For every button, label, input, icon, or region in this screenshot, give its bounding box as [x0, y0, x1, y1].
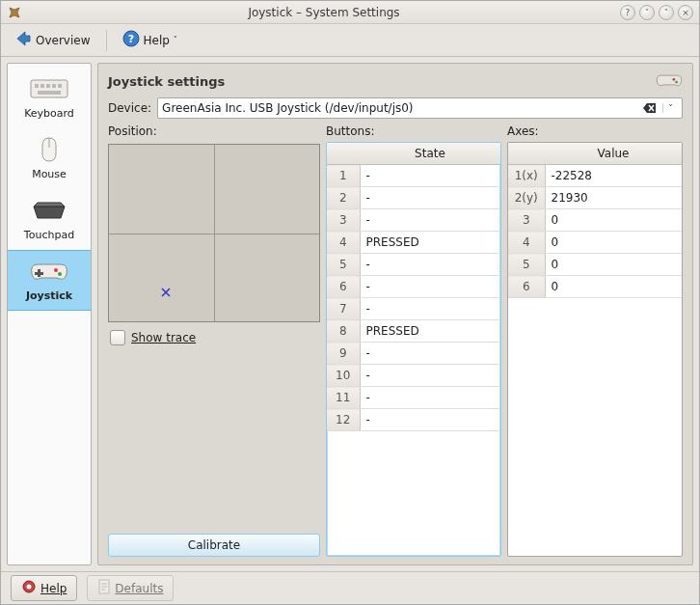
- device-value: GreenAsia Inc. USB Joystick (/dev/input/…: [162, 101, 637, 115]
- device-combobox[interactable]: GreenAsia Inc. USB Joystick (/dev/input/…: [157, 97, 683, 119]
- sidebar-item-label: Mouse: [32, 168, 67, 180]
- keyboard-icon: [28, 74, 70, 103]
- mouse-icon: [28, 135, 70, 164]
- row-header: 4: [508, 232, 545, 254]
- row-header: 7: [327, 298, 360, 320]
- row-header: 6: [508, 276, 545, 298]
- state-header: State: [360, 143, 500, 165]
- defaults-button: Defaults: [87, 575, 174, 601]
- svg-point-15: [675, 81, 678, 84]
- page-title: Joystick settings: [108, 74, 225, 89]
- row-header: 3: [327, 209, 360, 232]
- help-button[interactable]: Help: [11, 575, 77, 601]
- row-header: 6: [327, 276, 360, 298]
- row-header: 1: [327, 165, 360, 187]
- sidebar-item-mouse[interactable]: Mouse: [8, 128, 91, 189]
- table-row: 2(y)21930: [508, 187, 682, 209]
- table-row: 6-: [327, 276, 500, 298]
- axis-value-cell: 0: [545, 209, 682, 232]
- row-header: 4: [327, 232, 360, 254]
- touchpad-icon: [28, 196, 70, 225]
- table-row: 1-: [327, 165, 500, 187]
- clear-icon[interactable]: [641, 102, 659, 114]
- axis-value-cell: 0: [545, 276, 682, 298]
- help-window-button[interactable]: ?: [620, 5, 635, 20]
- maximize-window-button[interactable]: ˄: [659, 5, 674, 20]
- button-state-cell: -: [360, 387, 500, 409]
- row-header: 1(x): [508, 165, 545, 187]
- svg-point-17: [27, 585, 32, 590]
- sidebar-item-keyboard[interactable]: Keyboard: [8, 68, 91, 128]
- overview-button[interactable]: Overview: [9, 27, 96, 53]
- buttons-label: Buttons:: [326, 124, 501, 138]
- calibrate-button[interactable]: Calibrate: [108, 534, 320, 557]
- table-row: 10-: [327, 365, 500, 387]
- svg-text:?: ?: [127, 33, 133, 45]
- row-header: 9: [327, 343, 360, 365]
- row-header: 8: [327, 320, 360, 343]
- row-header: 3: [508, 209, 545, 232]
- button-state-cell: -: [360, 298, 500, 320]
- axis-value-cell: 0: [545, 254, 682, 276]
- show-trace-label: Show trace: [131, 331, 196, 344]
- minimize-window-button[interactable]: ˅: [639, 5, 655, 20]
- axis-value-cell: 21930: [545, 187, 682, 209]
- table-row: 11-: [327, 387, 500, 409]
- svg-rect-3: [35, 84, 39, 88]
- table-row: 8PRESSED: [327, 320, 500, 343]
- titlebar: Joystick – System Settings ? ˅ ˄ ×: [1, 1, 699, 24]
- svg-rect-11: [35, 272, 43, 275]
- main-panel: Joystick settings Device: GreenAsia Inc.…: [97, 63, 693, 565]
- button-state-cell: PRESSED: [360, 232, 500, 254]
- sidebar-item-touchpad[interactable]: Touchpad: [8, 189, 91, 250]
- position-view: [108, 144, 320, 322]
- svg-point-14: [672, 78, 675, 81]
- button-state-cell: PRESSED: [360, 320, 500, 343]
- gamepad-header-icon: [656, 71, 683, 92]
- sidebar-item-label: Keyboard: [24, 107, 74, 120]
- button-state-cell: -: [360, 209, 500, 232]
- button-state-cell: -: [360, 409, 500, 431]
- document-icon: [97, 579, 111, 597]
- svg-rect-4: [40, 84, 44, 88]
- svg-point-13: [58, 272, 62, 276]
- table-row: 40: [508, 232, 682, 254]
- show-trace-checkbox[interactable]: [110, 330, 125, 345]
- sidebar: Keyboard Mouse Touchpad Joystick: [7, 63, 92, 565]
- table-row: 4PRESSED: [327, 232, 500, 254]
- row-header: 5: [327, 254, 360, 276]
- table-row: 60: [508, 276, 682, 298]
- position-label: Position:: [108, 124, 320, 138]
- help-menu-label: Help: [144, 34, 170, 47]
- back-arrow-icon: [14, 30, 32, 50]
- value-header: Value: [545, 143, 682, 165]
- help-button-label: Help: [40, 582, 67, 595]
- row-header: 12: [327, 409, 360, 431]
- row-header: 11: [327, 387, 360, 409]
- svg-rect-5: [46, 84, 50, 88]
- axes-label: Axes:: [507, 124, 683, 138]
- sidebar-item-joystick[interactable]: Joystick: [8, 250, 91, 311]
- button-state-cell: -: [360, 276, 500, 298]
- chevron-down-icon[interactable]: ˅: [662, 103, 678, 113]
- row-header: 2: [327, 187, 360, 209]
- position-cursor: [161, 287, 171, 296]
- axis-value-cell: -22528: [545, 165, 682, 187]
- close-window-button[interactable]: ×: [678, 5, 693, 20]
- buttons-table: State 1-2-3-4PRESSED5-6-7-8PRESSED9-10-1…: [326, 142, 501, 557]
- help-icon: ?: [122, 30, 140, 50]
- help-icon: [21, 579, 37, 597]
- table-row: 3-: [327, 209, 500, 232]
- row-header: 5: [508, 254, 545, 276]
- sidebar-item-label: Touchpad: [24, 229, 74, 241]
- svg-rect-2: [31, 80, 67, 97]
- table-row: 9-: [327, 343, 500, 365]
- button-state-cell: -: [360, 165, 500, 187]
- table-row: 1(x)-22528: [508, 165, 682, 187]
- axes-table: Value 1(x)-225282(y)2193030405060: [507, 142, 683, 557]
- help-menu-button[interactable]: ? Help ˅: [117, 27, 183, 53]
- app-icon: [7, 5, 22, 20]
- table-row: 2-: [327, 187, 500, 209]
- defaults-button-label: Defaults: [115, 582, 163, 595]
- button-state-cell: -: [360, 343, 500, 365]
